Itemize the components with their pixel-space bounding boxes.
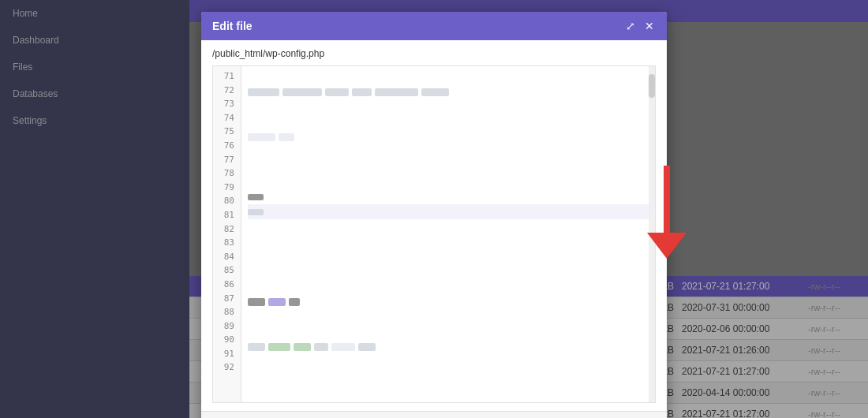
file-path: /public_html/wp-config.php [212,48,656,59]
modal-header: Edit file ⤢ ✕ [201,12,667,40]
modal-footer: SAVE & CLOSE SAVE [201,411,667,418]
red-arrow-annotation [623,158,694,260]
modal-header-icons: ⤢ ✕ [624,21,656,32]
expand-icon[interactable]: ⤢ [624,21,637,32]
code-content[interactable] [241,66,655,402]
svg-marker-2 [647,233,687,259]
modal-body: /public_html/wp-config.php 71 72 73 74 7… [201,40,667,411]
close-icon[interactable]: ✕ [643,21,656,32]
scrollbar-thumb[interactable] [649,74,655,98]
edit-file-modal: Edit file ⤢ ✕ /public_html/wp-config.php… [201,12,667,418]
modal-title: Edit file [212,20,253,32]
code-editor[interactable]: 71 72 73 74 75 76 77 78 79 80 81 82 83 8… [212,65,656,403]
line-numbers: 71 72 73 74 75 76 77 78 79 80 81 82 83 8… [213,66,241,402]
